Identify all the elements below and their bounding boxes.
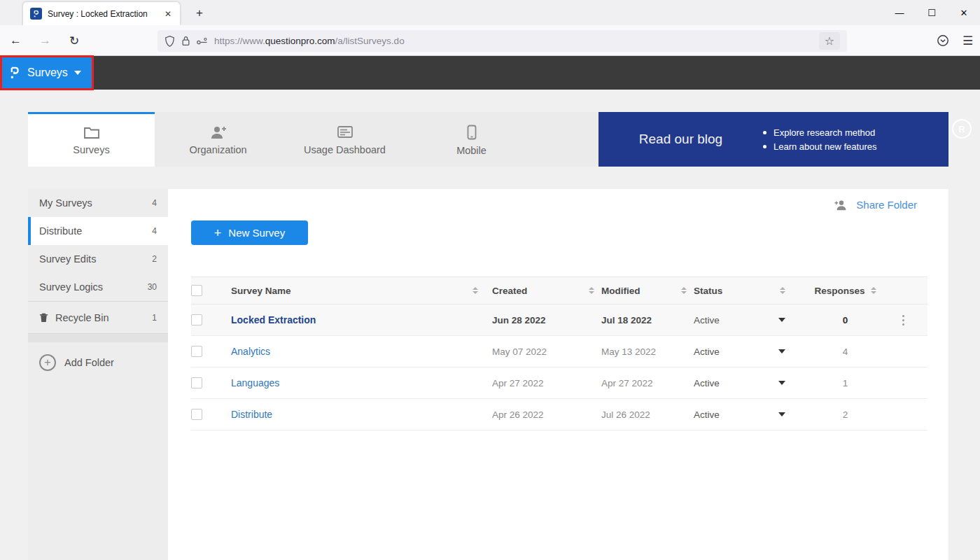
row-checkbox[interactable] bbox=[191, 314, 202, 326]
select-all-checkbox[interactable] bbox=[191, 285, 202, 296]
window-minimize-button[interactable]: — bbox=[883, 8, 916, 18]
person-plus-icon bbox=[209, 125, 227, 139]
bookmark-star-icon[interactable]: ☆ bbox=[819, 32, 840, 50]
hamburger-menu-icon[interactable]: ☰ bbox=[962, 33, 973, 48]
annotation-highlight-box: Surveys bbox=[0, 55, 94, 90]
permissions-icon[interactable] bbox=[197, 37, 208, 46]
responses-count[interactable]: 0 bbox=[843, 315, 848, 326]
column-header-created[interactable]: Created bbox=[492, 286, 527, 296]
row-checkbox[interactable] bbox=[191, 377, 202, 388]
tab-label: Surveys bbox=[73, 144, 109, 155]
sort-icon[interactable] bbox=[589, 287, 594, 294]
status-dropdown-caret-icon[interactable] bbox=[778, 318, 785, 322]
tab-label: Usage Dashboard bbox=[304, 144, 386, 155]
dashboard-icon bbox=[337, 125, 354, 139]
questionpro-logo-icon bbox=[9, 66, 21, 80]
sidebar-item-recycle-bin[interactable]: Recycle Bin 1 bbox=[28, 302, 168, 334]
status-value: Active bbox=[694, 410, 720, 420]
sidebar-item-survey-edits[interactable]: Survey Edits 2 bbox=[28, 245, 168, 273]
sidebar-item-label: My Surveys bbox=[39, 197, 92, 209]
add-folder-button[interactable]: + Add Folder bbox=[28, 342, 168, 383]
tab-usage-dashboard[interactable]: Usage Dashboard bbox=[281, 112, 408, 167]
tab-label: Mobile bbox=[456, 145, 486, 156]
sidebar-item-count: 4 bbox=[152, 198, 157, 208]
window-close-button[interactable]: ✕ bbox=[948, 8, 980, 18]
sidebar-gap bbox=[28, 334, 168, 342]
responses-count[interactable]: 1 bbox=[843, 378, 848, 388]
survey-name-link[interactable]: Locked Extraction bbox=[231, 314, 316, 326]
product-switcher[interactable]: Surveys bbox=[2, 57, 92, 88]
chevron-down-icon bbox=[74, 71, 81, 75]
sidebar-item-count: 1 bbox=[152, 313, 157, 323]
questionpro-favicon-icon bbox=[30, 8, 42, 20]
sort-icon[interactable] bbox=[472, 287, 478, 294]
screen: Survey : Locked Extraction ✕ + — ☐ ✕ ← →… bbox=[0, 0, 980, 560]
row-kebab-menu-icon[interactable] bbox=[902, 315, 904, 326]
sidebar-item-my-surveys[interactable]: My Surveys 4 bbox=[28, 189, 168, 217]
url-prefix: https://www. bbox=[214, 36, 265, 46]
promo-bullet-text: Explore research method bbox=[774, 127, 875, 138]
blog-promo-banner[interactable]: Read our blog Explore research method Le… bbox=[598, 112, 948, 167]
share-folder-button[interactable]: Share Folder bbox=[834, 199, 917, 211]
sidebar-item-label: Recycle Bin bbox=[55, 312, 109, 323]
survey-name-link[interactable]: Analytics bbox=[231, 346, 270, 357]
url-text[interactable]: https://www.questionpro.com/a/listSurvey… bbox=[214, 36, 813, 46]
back-icon[interactable]: ← bbox=[10, 34, 22, 48]
table-row: Distribute Apr 26 2022 Jul 26 2022 Activ… bbox=[191, 399, 927, 430]
window-maximize-button[interactable]: ☐ bbox=[916, 8, 948, 18]
column-header-modified[interactable]: Modified bbox=[601, 286, 640, 296]
plus-icon: + bbox=[214, 227, 222, 239]
column-header-survey-name[interactable]: Survey Name bbox=[231, 286, 291, 296]
column-header-responses[interactable]: Responses bbox=[814, 286, 864, 296]
address-bar[interactable]: https://www.questionpro.com/a/listSurvey… bbox=[158, 30, 847, 52]
sidebar-item-count: 30 bbox=[148, 282, 157, 292]
browser-tab[interactable]: Survey : Locked Extraction ✕ bbox=[23, 2, 180, 25]
pocket-icon[interactable] bbox=[937, 34, 949, 47]
responses-count[interactable]: 2 bbox=[843, 410, 848, 420]
table-row: Analytics May 07 2022 May 13 2022 Active… bbox=[191, 336, 927, 368]
tab-organization[interactable]: Organization bbox=[155, 112, 281, 167]
row-checkbox[interactable] bbox=[191, 409, 202, 420]
responses-count[interactable]: 4 bbox=[843, 346, 848, 357]
sort-icon[interactable] bbox=[871, 287, 876, 294]
section-tabs: Surveys Organization Usage Dashboard Mob… bbox=[28, 112, 598, 167]
reload-icon[interactable]: ↻ bbox=[69, 33, 79, 48]
url-domain: questionpro.com bbox=[265, 36, 335, 46]
sidebar-item-survey-logics[interactable]: Survey Logics 30 bbox=[28, 273, 168, 301]
promo-title[interactable]: Read our blog bbox=[598, 132, 763, 147]
tab-close-icon[interactable]: ✕ bbox=[163, 9, 173, 19]
app-header: Upgrade Now ? R bbox=[0, 56, 980, 90]
sidebar-item-distribute[interactable]: Distribute 4 bbox=[28, 217, 168, 245]
tab-surveys[interactable]: Surveys bbox=[28, 112, 155, 167]
modified-date: Jul 26 2022 bbox=[601, 410, 650, 420]
created-date: Apr 27 2022 bbox=[492, 378, 544, 388]
new-tab-button[interactable]: + bbox=[190, 4, 209, 22]
folder-icon bbox=[83, 125, 100, 139]
avatar[interactable]: R bbox=[952, 119, 972, 139]
modified-date: Jul 18 2022 bbox=[601, 315, 652, 326]
status-dropdown-caret-icon[interactable] bbox=[778, 349, 785, 354]
column-header-status[interactable]: Status bbox=[694, 286, 722, 296]
sort-icon[interactable] bbox=[780, 287, 785, 294]
sidebar-item-count: 4 bbox=[152, 226, 157, 236]
new-survey-button[interactable]: + New Survey bbox=[191, 220, 308, 245]
created-date: May 07 2022 bbox=[492, 346, 547, 357]
product-switcher-label: Surveys bbox=[27, 66, 68, 79]
add-folder-label: Add Folder bbox=[64, 357, 114, 368]
sidebar-item-label: Distribute bbox=[39, 225, 82, 237]
tab-label: Organization bbox=[189, 144, 246, 155]
shield-icon[interactable] bbox=[164, 36, 175, 47]
modified-date: Apr 27 2022 bbox=[601, 378, 653, 388]
lock-icon[interactable] bbox=[181, 36, 190, 46]
status-value: Active bbox=[694, 346, 720, 357]
plus-circle-icon: + bbox=[39, 354, 56, 371]
bullet-icon bbox=[763, 145, 766, 148]
tab-mobile[interactable]: Mobile bbox=[408, 112, 535, 167]
sort-icon[interactable] bbox=[681, 287, 687, 294]
survey-name-link[interactable]: Distribute bbox=[231, 409, 272, 420]
table-row: Locked Extraction Jun 28 2022 Jul 18 202… bbox=[191, 304, 927, 336]
status-dropdown-caret-icon[interactable] bbox=[778, 412, 785, 416]
row-checkbox[interactable] bbox=[191, 346, 202, 357]
survey-name-link[interactable]: Languages bbox=[231, 377, 279, 388]
status-dropdown-caret-icon[interactable] bbox=[778, 381, 785, 385]
